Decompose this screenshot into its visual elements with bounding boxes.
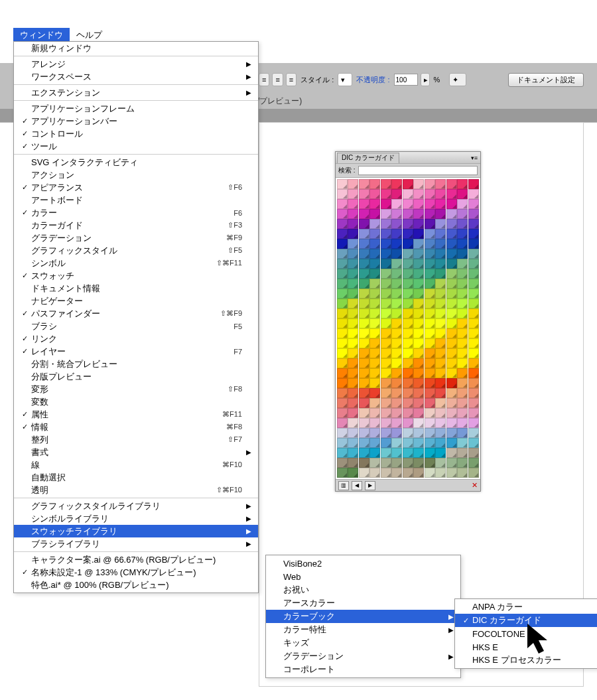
swatch[interactable] <box>413 338 424 348</box>
swatch[interactable] <box>457 209 468 219</box>
menu-item[interactable]: コーポレート <box>266 663 460 676</box>
swatch[interactable] <box>369 328 380 338</box>
swatch[interactable] <box>413 299 424 309</box>
swatch[interactable] <box>391 418 402 428</box>
swatch[interactable] <box>468 259 479 269</box>
swatch[interactable] <box>381 269 391 279</box>
swatch[interactable] <box>435 328 446 338</box>
menu-item[interactable]: SVG インタラクティビティ <box>14 156 258 169</box>
menu-item[interactable]: 特色.ai* @ 100% (RGB/プレビュー) <box>14 579 258 591</box>
swatch[interactable] <box>403 309 413 318</box>
swatch[interactable] <box>369 229 380 239</box>
swatch[interactable] <box>381 179 391 189</box>
menu-item[interactable]: ✓カラーF6 <box>14 206 258 219</box>
menu-item[interactable]: ワークスペース▶ <box>14 70 258 83</box>
swatch[interactable] <box>446 438 457 448</box>
swatch[interactable] <box>468 428 479 438</box>
swatch[interactable] <box>359 458 369 468</box>
swatch[interactable] <box>413 428 424 438</box>
swatch[interactable] <box>359 398 369 408</box>
menu-item[interactable]: 変数 <box>14 395 258 408</box>
swatch[interactable] <box>413 418 424 428</box>
swatch[interactable] <box>369 358 380 368</box>
swatch[interactable] <box>359 249 369 259</box>
swatch[interactable] <box>359 388 369 398</box>
next-button[interactable]: ▶ <box>365 481 375 490</box>
swatch[interactable] <box>337 249 348 259</box>
swatch[interactable] <box>446 418 457 428</box>
swatch[interactable] <box>403 279 413 289</box>
swatch[interactable] <box>391 458 402 468</box>
swatch[interactable] <box>435 239 446 249</box>
swatch[interactable] <box>381 239 391 249</box>
menu-item[interactable]: ✓スウォッチ <box>14 269 258 282</box>
swatch[interactable] <box>359 259 369 269</box>
swatch[interactable] <box>403 318 413 328</box>
swatch[interactable] <box>391 209 402 219</box>
swatch[interactable] <box>425 458 435 468</box>
menu-item[interactable]: 自動選択 <box>14 471 258 484</box>
swatch[interactable] <box>403 189 413 199</box>
menu-item[interactable]: カラーブック▶ <box>266 610 460 623</box>
swatch[interactable] <box>468 378 479 388</box>
panel-menu-icon[interactable]: ▾≡ <box>468 155 480 161</box>
swatch[interactable] <box>369 199 380 209</box>
swatch[interactable] <box>359 219 369 229</box>
swatch[interactable] <box>359 418 369 428</box>
swatch[interactable] <box>369 438 380 448</box>
swatch[interactable] <box>337 428 348 438</box>
swatch[interactable] <box>468 398 479 408</box>
swatch[interactable] <box>403 199 413 209</box>
swatch[interactable] <box>381 418 391 428</box>
swatch[interactable] <box>457 279 468 289</box>
swatch[interactable] <box>337 179 348 189</box>
swatch[interactable] <box>446 428 457 438</box>
swatch[interactable] <box>403 368 413 378</box>
swatch[interactable] <box>369 249 380 259</box>
swatch[interactable] <box>369 179 380 189</box>
panel-header[interactable]: DIC カラーガイド ▾≡ <box>336 152 480 164</box>
swatch[interactable] <box>359 368 369 378</box>
swatch[interactable] <box>348 239 358 249</box>
menu-item[interactable]: 整列⇧F7 <box>14 433 258 446</box>
swatch[interactable] <box>403 468 413 478</box>
swatch[interactable] <box>457 189 468 199</box>
menu-item[interactable]: HKS E <box>455 640 597 654</box>
swatch[interactable] <box>457 309 468 318</box>
swatch[interactable] <box>457 468 468 478</box>
swatch[interactable] <box>435 299 446 309</box>
swatch[interactable] <box>337 289 348 299</box>
swatch[interactable] <box>359 328 369 338</box>
swatch[interactable] <box>359 378 369 388</box>
swatch[interactable] <box>425 378 435 388</box>
swatch[interactable] <box>403 249 413 259</box>
wand-icon[interactable]: ✦ <box>449 73 466 86</box>
swatch[interactable] <box>435 209 446 219</box>
swatch[interactable] <box>457 368 468 378</box>
swatch[interactable] <box>468 219 479 229</box>
swatch[interactable] <box>435 279 446 289</box>
swatch[interactable] <box>468 338 479 348</box>
swatch[interactable] <box>381 318 391 328</box>
swatch[interactable] <box>413 219 424 229</box>
swatch[interactable] <box>337 259 348 269</box>
swatch[interactable] <box>457 408 468 418</box>
swatch[interactable] <box>369 219 380 229</box>
swatch[interactable] <box>457 199 468 209</box>
swatch[interactable] <box>403 408 413 418</box>
swatch[interactable] <box>425 348 435 358</box>
swatch[interactable] <box>435 309 446 318</box>
swatch[interactable] <box>381 189 391 199</box>
swatch[interactable] <box>403 358 413 368</box>
swatch[interactable] <box>468 189 479 199</box>
swatch[interactable] <box>348 398 358 408</box>
swatch[interactable] <box>468 328 479 338</box>
menu-item[interactable]: キッズ <box>266 636 460 650</box>
swatch[interactable] <box>435 468 446 478</box>
swatch[interactable] <box>413 358 424 368</box>
swatch[interactable] <box>425 279 435 289</box>
swatch[interactable] <box>369 398 380 408</box>
menu-item[interactable]: グラフィックスタイルライブラリ▶ <box>14 500 258 512</box>
swatch[interactable] <box>435 378 446 388</box>
swatch[interactable] <box>446 388 457 398</box>
